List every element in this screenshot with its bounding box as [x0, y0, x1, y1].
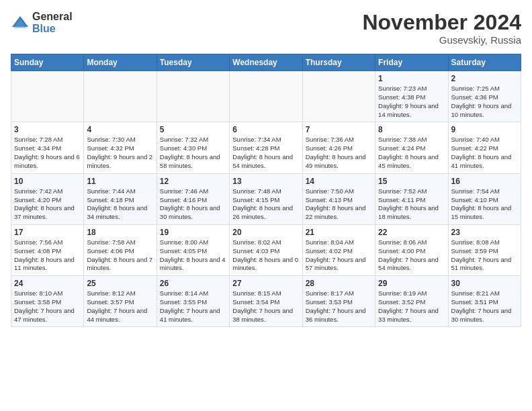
table-cell: 4Sunrise: 7:30 AM Sunset: 4:32 PM Daylig… [84, 122, 157, 173]
day-number: 24 [14, 279, 81, 288]
table-cell: 10Sunrise: 7:42 AM Sunset: 4:20 PM Dayli… [11, 173, 84, 224]
day-number: 27 [232, 279, 299, 288]
table-cell: 19Sunrise: 8:00 AM Sunset: 4:05 PM Dayli… [157, 224, 229, 275]
day-number: 20 [232, 228, 299, 237]
day-number: 7 [306, 125, 372, 134]
table-cell: 14Sunrise: 7:50 AM Sunset: 4:13 PM Dayli… [302, 173, 375, 224]
table-cell: 28Sunrise: 8:17 AM Sunset: 3:53 PM Dayli… [302, 276, 375, 327]
table-cell [302, 71, 375, 122]
col-wednesday: Wednesday [230, 54, 302, 71]
day-number: 1 [378, 74, 445, 83]
week-row-4: 17Sunrise: 7:56 AM Sunset: 4:08 PM Dayli… [11, 224, 521, 275]
table-cell: 16Sunrise: 7:54 AM Sunset: 4:10 PM Dayli… [448, 173, 521, 224]
day-info: Sunrise: 8:06 AM Sunset: 4:00 PM Dayligh… [378, 238, 445, 273]
week-row-5: 24Sunrise: 8:10 AM Sunset: 3:58 PM Dayli… [11, 276, 521, 327]
day-info: Sunrise: 7:50 AM Sunset: 4:13 PM Dayligh… [306, 187, 372, 222]
day-info: Sunrise: 7:42 AM Sunset: 4:20 PM Dayligh… [14, 187, 81, 222]
day-number: 17 [14, 228, 81, 237]
day-number: 14 [306, 177, 372, 186]
day-number: 10 [14, 177, 81, 186]
logo-icon [11, 13, 30, 32]
page-container: General Blue November 2024 Gusevskiy, Ru… [0, 0, 532, 332]
day-number: 30 [451, 279, 518, 288]
table-cell [84, 71, 157, 122]
day-number: 11 [87, 177, 153, 186]
day-number: 4 [87, 125, 153, 134]
col-saturday: Saturday [448, 54, 521, 71]
logo-general: General [32, 11, 73, 23]
day-number: 15 [378, 177, 445, 186]
title-block: November 2024 Gusevskiy, Russia [362, 11, 521, 46]
day-number: 22 [378, 228, 445, 237]
day-info: Sunrise: 7:23 AM Sunset: 4:38 PM Dayligh… [378, 85, 445, 119]
day-info: Sunrise: 7:58 AM Sunset: 4:06 PM Dayligh… [87, 238, 153, 273]
day-info: Sunrise: 7:36 AM Sunset: 4:26 PM Dayligh… [306, 136, 372, 170]
table-cell: 11Sunrise: 7:44 AM Sunset: 4:18 PM Dayli… [84, 173, 157, 224]
week-row-1: 1Sunrise: 7:23 AM Sunset: 4:38 PM Daylig… [11, 71, 521, 122]
table-cell: 23Sunrise: 8:08 AM Sunset: 3:59 PM Dayli… [448, 224, 521, 275]
header: General Blue November 2024 Gusevskiy, Ru… [11, 11, 521, 46]
table-cell: 22Sunrise: 8:06 AM Sunset: 4:00 PM Dayli… [375, 224, 448, 275]
table-cell: 25Sunrise: 8:12 AM Sunset: 3:57 PM Dayli… [84, 276, 157, 327]
table-cell: 1Sunrise: 7:23 AM Sunset: 4:38 PM Daylig… [375, 71, 448, 122]
logo-text: General Blue [32, 11, 73, 34]
table-cell: 29Sunrise: 8:19 AM Sunset: 3:52 PM Dayli… [375, 276, 448, 327]
day-info: Sunrise: 7:32 AM Sunset: 4:30 PM Dayligh… [160, 136, 226, 170]
day-info: Sunrise: 7:25 AM Sunset: 4:36 PM Dayligh… [451, 85, 518, 119]
day-number: 25 [87, 279, 153, 288]
table-cell: 8Sunrise: 7:38 AM Sunset: 4:24 PM Daylig… [375, 122, 448, 173]
day-info: Sunrise: 8:10 AM Sunset: 3:58 PM Dayligh… [14, 289, 81, 324]
week-row-3: 10Sunrise: 7:42 AM Sunset: 4:20 PM Dayli… [11, 173, 521, 224]
day-number: 5 [160, 125, 226, 134]
day-number: 29 [378, 279, 445, 288]
logo-blue: Blue [32, 23, 73, 35]
table-cell: 2Sunrise: 7:25 AM Sunset: 4:36 PM Daylig… [448, 71, 521, 122]
table-cell: 12Sunrise: 7:46 AM Sunset: 4:16 PM Dayli… [157, 173, 229, 224]
table-cell: 21Sunrise: 8:04 AM Sunset: 4:02 PM Dayli… [302, 224, 375, 275]
table-cell: 5Sunrise: 7:32 AM Sunset: 4:30 PM Daylig… [157, 122, 229, 173]
day-number: 13 [232, 177, 299, 186]
day-info: Sunrise: 8:04 AM Sunset: 4:02 PM Dayligh… [306, 238, 372, 273]
day-info: Sunrise: 7:54 AM Sunset: 4:10 PM Dayligh… [451, 187, 518, 222]
day-number: 18 [87, 228, 153, 237]
table-cell: 27Sunrise: 8:15 AM Sunset: 3:54 PM Dayli… [230, 276, 302, 327]
table-cell: 30Sunrise: 8:21 AM Sunset: 3:51 PM Dayli… [448, 276, 521, 327]
month-title: November 2024 [362, 11, 521, 34]
location: Gusevskiy, Russia [362, 34, 521, 46]
week-row-2: 3Sunrise: 7:28 AM Sunset: 4:34 PM Daylig… [11, 122, 521, 173]
table-cell: 20Sunrise: 8:02 AM Sunset: 4:03 PM Dayli… [230, 224, 302, 275]
day-number: 28 [306, 279, 372, 288]
day-info: Sunrise: 8:14 AM Sunset: 3:55 PM Dayligh… [160, 289, 226, 324]
day-info: Sunrise: 8:21 AM Sunset: 3:51 PM Dayligh… [451, 289, 518, 324]
day-info: Sunrise: 7:44 AM Sunset: 4:18 PM Dayligh… [87, 187, 153, 222]
day-number: 19 [160, 228, 226, 237]
day-info: Sunrise: 7:38 AM Sunset: 4:24 PM Dayligh… [378, 136, 445, 170]
day-number: 16 [451, 177, 518, 186]
day-number: 6 [232, 125, 299, 134]
day-info: Sunrise: 7:34 AM Sunset: 4:28 PM Dayligh… [232, 136, 299, 170]
table-cell: 7Sunrise: 7:36 AM Sunset: 4:26 PM Daylig… [302, 122, 375, 173]
table-cell: 15Sunrise: 7:52 AM Sunset: 4:11 PM Dayli… [375, 173, 448, 224]
day-info: Sunrise: 7:56 AM Sunset: 4:08 PM Dayligh… [14, 238, 81, 273]
day-number: 12 [160, 177, 226, 186]
logo: General Blue [11, 11, 73, 34]
day-info: Sunrise: 7:28 AM Sunset: 4:34 PM Dayligh… [14, 136, 81, 170]
col-sunday: Sunday [11, 54, 84, 71]
day-number: 23 [451, 228, 518, 237]
day-info: Sunrise: 8:17 AM Sunset: 3:53 PM Dayligh… [306, 289, 372, 324]
col-friday: Friday [375, 54, 448, 71]
day-number: 3 [14, 125, 81, 134]
day-info: Sunrise: 8:08 AM Sunset: 3:59 PM Dayligh… [451, 238, 518, 273]
table-cell: 26Sunrise: 8:14 AM Sunset: 3:55 PM Dayli… [157, 276, 229, 327]
day-number: 21 [306, 228, 372, 237]
table-cell: 24Sunrise: 8:10 AM Sunset: 3:58 PM Dayli… [11, 276, 84, 327]
table-cell [157, 71, 229, 122]
table-cell [11, 71, 84, 122]
day-info: Sunrise: 8:00 AM Sunset: 4:05 PM Dayligh… [160, 238, 226, 273]
day-number: 8 [378, 125, 445, 134]
day-info: Sunrise: 8:12 AM Sunset: 3:57 PM Dayligh… [87, 289, 153, 324]
day-info: Sunrise: 8:19 AM Sunset: 3:52 PM Dayligh… [378, 289, 445, 324]
table-cell: 18Sunrise: 7:58 AM Sunset: 4:06 PM Dayli… [84, 224, 157, 275]
day-info: Sunrise: 7:30 AM Sunset: 4:32 PM Dayligh… [87, 136, 153, 170]
table-cell: 13Sunrise: 7:48 AM Sunset: 4:15 PM Dayli… [230, 173, 302, 224]
